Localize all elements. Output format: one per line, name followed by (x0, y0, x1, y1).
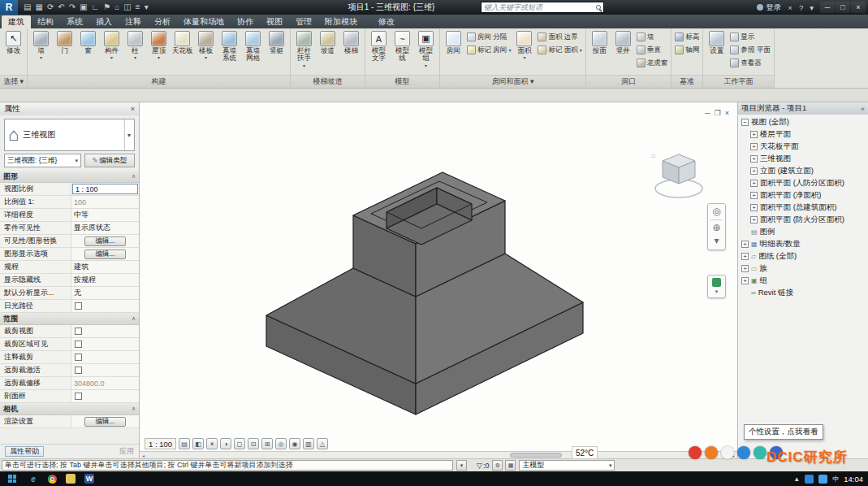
tab-annotate[interactable]: 注释 (119, 15, 148, 28)
zoom-icon[interactable]: ⊕ (712, 223, 720, 233)
viewcube[interactable]: ⌂ (650, 148, 706, 202)
room-separator-button[interactable]: 房间 分隔 (466, 32, 512, 42)
tab-addins[interactable]: 附加模块 (318, 15, 364, 28)
crop-view-toggle-icon[interactable]: ⊡ (248, 438, 259, 449)
shaft-button[interactable]: 竖井 (612, 29, 634, 75)
tab-modify[interactable]: 修改 (372, 15, 401, 28)
curtain-system-button[interactable]: 幕墙 系统 (218, 29, 240, 75)
section-box-checkbox[interactable] (75, 393, 82, 400)
tree-item-groups[interactable]: +▣组 (738, 275, 868, 287)
drawing-canvas[interactable]: ─❐× ⌂ ◎⊕▾ ▾ 1 : 100 ▤◧☀◑◻⊡⊞◎◉▥△ ◂ (140, 102, 737, 458)
tab-systems[interactable]: 系统 (60, 15, 89, 28)
detail-level-icon[interactable]: ▤ (179, 438, 190, 449)
crop-region-visible-value[interactable] (71, 338, 139, 350)
mullion-button[interactable]: 竖梃 (266, 29, 287, 75)
area-boundary-button[interactable]: 面积 边界 (537, 32, 582, 42)
redo-icon[interactable]: ↷ (69, 3, 76, 11)
full-navigation-wheel-icon[interactable]: ◎ (712, 206, 720, 217)
graphics-collapse-icon[interactable]: ∧ (132, 173, 136, 180)
tree-item-ceiling-plans[interactable]: +天花板平面 (738, 141, 868, 153)
properties-section-extents[interactable]: 范围∧ (0, 313, 139, 325)
area-button[interactable]: 面积▾ (513, 29, 535, 75)
tree-item-3d-views[interactable]: +三维视图 (738, 153, 868, 165)
grid-button[interactable]: 轴网 (674, 45, 700, 55)
views-all-collapse-icon[interactable]: − (741, 119, 749, 126)
sign-in-button[interactable]: 登录 (757, 2, 781, 13)
ref-plane-button[interactable]: 参照 平面 (729, 45, 771, 55)
ribbon-panel-label-work-plane[interactable]: 工作平面 (703, 75, 773, 88)
tag-room-button[interactable]: 标记 房间▾ (466, 45, 512, 55)
active-design-option-select[interactable]: 主模型 ▾ (519, 460, 615, 471)
measure-icon[interactable]: ∟ (92, 3, 100, 11)
set-work-plane-button[interactable]: 设置 (706, 29, 728, 75)
word-icon[interactable]: W (81, 472, 97, 485)
tag-icon[interactable]: ⚑ (103, 3, 110, 11)
properties-close-icon[interactable]: × (131, 105, 135, 113)
ceiling-button[interactable]: 天花板 (171, 29, 193, 75)
extents-collapse-icon[interactable]: ∧ (132, 315, 136, 322)
search-icon[interactable] (596, 5, 601, 10)
area-plans-civil-defense-expand-icon[interactable]: + (750, 180, 758, 187)
annotation-crop-checkbox[interactable] (75, 354, 82, 361)
help-menu-arrow-icon[interactable]: ▾ (810, 3, 814, 12)
groups-expand-icon[interactable]: + (741, 277, 749, 284)
crop-view-value[interactable] (71, 325, 139, 337)
wall-button[interactable]: 墙▾ (30, 29, 52, 75)
tree-item-families[interactable]: +▭族 (738, 263, 868, 275)
internet-explorer-icon[interactable]: e (25, 472, 41, 485)
model-text-button[interactable]: A模型 文字 (368, 29, 390, 75)
temporary-view-properties-icon[interactable]: ▥ (303, 438, 314, 449)
properties-section-graphics[interactable]: 图形∧ (0, 171, 139, 183)
view-scale-value[interactable]: 1 : 100 (72, 184, 138, 194)
design-options-icon[interactable]: ▦ (505, 460, 516, 471)
navigation-bar[interactable]: ◎⊕▾ (707, 203, 726, 250)
sun-path-value[interactable] (71, 300, 139, 312)
far-clip-active-value[interactable] (71, 364, 139, 376)
tree-item-elevations[interactable]: +立面 (建筑立面) (738, 165, 868, 177)
tree-item-floor-plans[interactable]: +楼层平面 (738, 128, 868, 141)
horizontal-scrollbar[interactable]: ◂ ▸ (140, 451, 737, 458)
thin-lines-icon[interactable]: ≡ (136, 3, 140, 11)
zoom-arrow-icon[interactable]: ▾ (714, 236, 719, 246)
window-button[interactable]: 窗 (77, 29, 99, 75)
navigation-bar-extra[interactable]: ▾ (707, 275, 726, 298)
tree-item-schedules[interactable]: +▦明细表/数量 (738, 238, 868, 250)
show-work-plane-button[interactable]: 显示 (729, 32, 771, 42)
area-plans-net-expand-icon[interactable]: + (750, 192, 758, 199)
railing-button[interactable]: 栏杆 扶手▾ (293, 29, 315, 75)
start-icon[interactable] (2, 471, 23, 486)
sheets-expand-icon[interactable]: + (741, 253, 749, 260)
vg-overrides-value[interactable]: 编辑... (71, 235, 139, 247)
sun-path-toggle-icon[interactable]: ☀ (206, 438, 218, 449)
sync-icon[interactable]: ⟳ (47, 3, 54, 11)
tag-area-button[interactable]: 标记 面积▾ (537, 45, 582, 55)
wall-opening-button[interactable]: 墙 (636, 32, 669, 42)
floor-plans-expand-icon[interactable]: + (750, 131, 758, 138)
component-button[interactable]: 构件▾ (101, 29, 123, 75)
view-instance-select[interactable]: 三维视图: {三维} ▾ (4, 154, 81, 167)
parts-visibility-value[interactable]: 显示原状态 (71, 222, 139, 234)
annotation-crop-value[interactable] (71, 351, 139, 363)
area-plans-gross-expand-icon[interactable]: + (750, 204, 758, 211)
graphic-display-options-value[interactable]: 编辑... (71, 248, 139, 260)
discipline-value[interactable]: 建筑 (71, 261, 139, 273)
ribbon-panel-label-select[interactable]: 选择 ▾ (0, 75, 27, 88)
curtain-grid-button[interactable]: 幕墙 网格 (242, 29, 264, 75)
visual-style-icon[interactable]: ◧ (192, 438, 204, 449)
properties-help-button[interactable]: 属性帮助 (5, 446, 44, 457)
graphic-display-options-edit-button[interactable]: 编辑... (84, 250, 125, 259)
tree-item-sheets[interactable]: +▱图纸 (全部) (738, 250, 868, 263)
status-dropdown-icon[interactable]: ▾ (456, 460, 467, 471)
modify-tool-button[interactable]: ↖修改 (2, 29, 24, 75)
properties-section-camera[interactable]: 相机∧ (0, 403, 139, 415)
tab-structure[interactable]: 结构 (31, 15, 60, 28)
tab-insert[interactable]: 插入 (89, 15, 119, 28)
temporary-hide-isolate-icon[interactable]: ◎ (275, 438, 287, 449)
rendering-dialog-icon[interactable]: ◻ (234, 438, 245, 449)
analytical-model-icon[interactable]: △ (317, 438, 328, 449)
tree-item-area-plans-fire[interactable]: +面积平面 (防火分区面积) (738, 214, 868, 226)
tab-collaborate[interactable]: 协作 (231, 15, 260, 28)
show-hidden-lines-value[interactable]: 按规程 (71, 274, 139, 286)
tab-architecture[interactable]: 建筑 (2, 15, 31, 28)
apply-button[interactable]: 应用 (119, 446, 134, 457)
